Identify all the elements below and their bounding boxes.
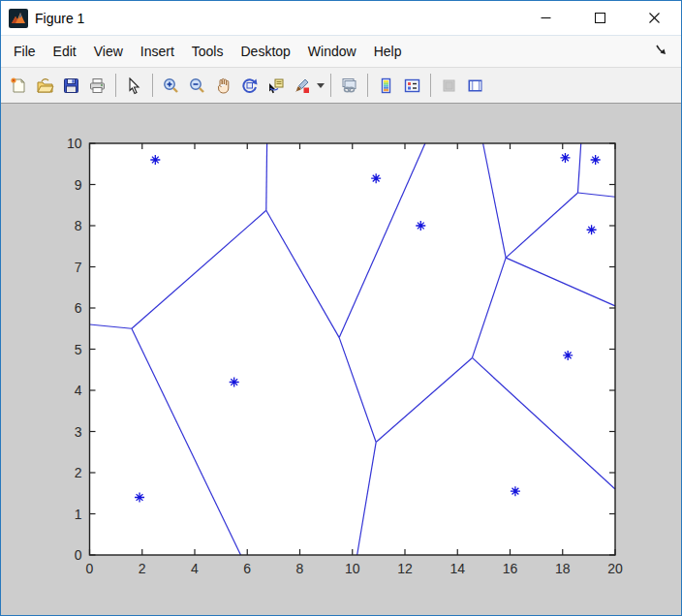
minimize-button[interactable]: [518, 1, 573, 35]
link-plot-button[interactable]: [336, 73, 362, 99]
plot-svg: 02468101214161820012345678910: [1, 104, 681, 615]
menu-desktop[interactable]: Desktop: [232, 39, 298, 64]
new-figure-button[interactable]: [6, 73, 32, 99]
figure-toolbar: [1, 68, 681, 104]
brush-dropdown-caret[interactable]: [315, 73, 326, 99]
y-tick-label: 8: [75, 218, 82, 233]
pan-button[interactable]: [210, 73, 236, 99]
data-cursor-button[interactable]: [263, 73, 289, 99]
voronoi-edge: [266, 143, 267, 210]
menu-file[interactable]: File: [5, 39, 45, 64]
x-tick-label: 6: [243, 561, 251, 576]
x-tick-label: 16: [503, 561, 518, 576]
x-tick-label: 4: [191, 561, 199, 576]
toolbar-separator: [367, 74, 368, 97]
x-tick-label: 10: [345, 561, 360, 576]
x-tick-label: 8: [296, 561, 304, 576]
menu-window[interactable]: Window: [299, 39, 365, 64]
menu-insert[interactable]: Insert: [132, 39, 183, 64]
open-file-button[interactable]: [32, 73, 58, 99]
brush-data-button[interactable]: [289, 73, 315, 99]
x-tick-label: 18: [555, 561, 571, 576]
figure-window: Figure 1 File Edit View Insert Tools Des…: [0, 0, 682, 616]
menu-view[interactable]: View: [85, 39, 132, 64]
edit-plot-button[interactable]: [121, 73, 147, 99]
x-tick-label: 14: [450, 561, 465, 576]
toolbar-separator: [430, 74, 431, 97]
menu-edit[interactable]: Edit: [45, 39, 85, 64]
y-tick-label: 4: [75, 383, 82, 398]
insert-legend-button[interactable]: [399, 73, 425, 99]
print-button[interactable]: [84, 73, 110, 99]
hide-plot-tools-button: [436, 73, 462, 99]
y-tick-label: 1: [75, 507, 82, 522]
figure-canvas: 02468101214161820012345678910: [1, 104, 681, 615]
insert-colorbar-button[interactable]: [373, 73, 399, 99]
y-tick-label: 3: [75, 424, 82, 440]
x-tick-label: 0: [86, 561, 94, 576]
y-tick-label: 7: [75, 260, 82, 275]
menu-bar: File Edit View Insert Tools Desktop Wind…: [1, 35, 681, 68]
zoom-in-button[interactable]: [158, 73, 184, 99]
window-controls: [518, 1, 681, 35]
matlab-logo-icon: [9, 9, 28, 28]
y-tick-label: 10: [67, 136, 82, 151]
y-tick-label: 6: [75, 300, 82, 316]
menu-help[interactable]: Help: [365, 39, 411, 64]
y-tick-label: 0: [75, 547, 82, 563]
y-tick-label: 9: [75, 177, 82, 193]
show-plot-tools-button[interactable]: [462, 73, 488, 99]
toolbar-separator: [152, 74, 153, 97]
x-tick-label: 12: [397, 561, 413, 576]
y-tick-label: 5: [75, 342, 82, 357]
dock-figure-icon[interactable]: [655, 43, 667, 60]
toolbar-separator: [330, 74, 331, 97]
maximize-button[interactable]: [573, 1, 627, 35]
close-button[interactable]: [627, 1, 681, 35]
toolbar-separator: [115, 74, 116, 97]
window-title: Figure 1: [35, 11, 84, 26]
title-bar[interactable]: Figure 1: [1, 1, 681, 35]
save-figure-button[interactable]: [58, 73, 84, 99]
menu-tools[interactable]: Tools: [183, 39, 232, 64]
y-tick-label: 2: [75, 465, 82, 480]
zoom-out-button[interactable]: [184, 73, 210, 99]
axes-area: [90, 143, 616, 555]
x-tick-label: 2: [139, 561, 146, 576]
x-tick-label: 20: [607, 561, 623, 576]
rotate-3d-button[interactable]: [236, 73, 263, 99]
